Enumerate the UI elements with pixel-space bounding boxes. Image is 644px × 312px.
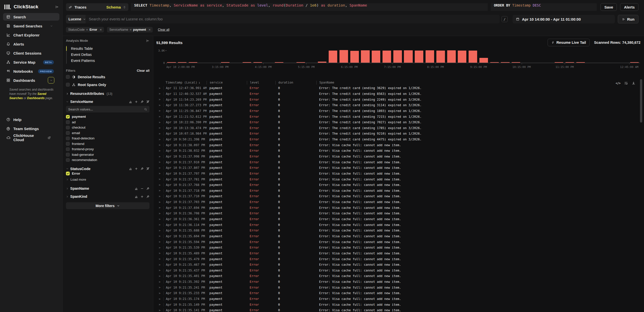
- row-expand-icon[interactable]: >: [157, 109, 163, 112]
- chart-mini-icon[interactable]: [129, 100, 132, 103]
- table-row[interactable]: >Apr 10 9:21:35.594 PMpaymentError0Error…: [157, 239, 640, 245]
- row-expand-icon[interactable]: >: [157, 166, 163, 170]
- row-expand-icon[interactable]: >: [157, 235, 163, 238]
- plus-icon[interactable]: [135, 100, 138, 103]
- filter-values-search-input[interactable]: Search values...: [66, 106, 149, 112]
- schema-link[interactable]: Schema: [106, 5, 121, 9]
- checkbox[interactable]: [66, 75, 70, 79]
- sidebar-item-clickhouse-cloud[interactable]: ClickHouse Cloud: [3, 134, 59, 141]
- row-expand-icon[interactable]: >: [157, 195, 163, 198]
- filter-option-checkout[interactable]: checkout: [66, 125, 149, 130]
- row-expand-icon[interactable]: >: [157, 297, 163, 301]
- column-header-spanname[interactable]: SpanName: [316, 81, 640, 85]
- row-expand-icon[interactable]: >: [157, 292, 163, 295]
- table-row[interactable]: >Apr 10 9:21:35.241 PMpaymentError0Error…: [157, 285, 640, 290]
- table-row[interactable]: >Apr 10 9:21:35.233 PMpaymentError0Error…: [157, 290, 640, 296]
- filter-option-recommendation[interactable]: recommendation: [66, 157, 149, 163]
- row-expand-icon[interactable]: >: [157, 229, 163, 232]
- table-row[interactable]: >Apr 10 11:54:23.269 PMpaymentError0Erro…: [157, 97, 640, 102]
- chip-remove-icon[interactable]: ×: [100, 28, 102, 31]
- table-row[interactable]: >Apr 10 9:21:37.998 PMpaymentError0Error…: [157, 154, 640, 160]
- checkbox[interactable]: [66, 172, 70, 175]
- filter-group-spankind[interactable]: SpanKind: [66, 194, 149, 199]
- plus-icon[interactable]: [135, 167, 138, 170]
- table-row[interactable]: >Apr 10 9:21:38.032 PMpaymentError0Error…: [157, 148, 640, 154]
- search-input[interactable]: Search your events w/ Lucene ex. column:…: [86, 15, 500, 23]
- table-row[interactable]: >Apr 10 9:21:35.437 PMpaymentError0Error…: [157, 268, 640, 274]
- analysis-mode-event-patterns[interactable]: Event Patterns: [67, 58, 149, 64]
- run-button[interactable]: Run: [618, 15, 638, 23]
- row-expand-icon[interactable]: >: [157, 309, 163, 312]
- row-expand-icon[interactable]: >: [157, 246, 163, 249]
- checkbox[interactable]: [66, 142, 70, 146]
- row-expand-icon[interactable]: >: [157, 92, 163, 95]
- plus-icon[interactable]: [140, 195, 144, 198]
- row-expand-icon[interactable]: >: [157, 126, 163, 130]
- row-expand-icon[interactable]: >: [157, 257, 163, 261]
- row-expand-icon[interactable]: >: [157, 132, 163, 135]
- sidebar-collapse-icon[interactable]: [55, 5, 59, 9]
- checkbox[interactable]: [66, 83, 70, 87]
- table-row[interactable]: >Apr 10 9:21:37.694 PMpaymentError0Error…: [157, 205, 640, 211]
- filter-option-frontend[interactable]: frontend: [66, 141, 149, 147]
- chip-remove-icon[interactable]: ×: [148, 28, 150, 31]
- table-scrollbar[interactable]: [640, 79, 642, 123]
- table-row[interactable]: >Apr 11 12:47:36.991 AMpaymentError0Erro…: [157, 85, 640, 91]
- filter-option-payment[interactable]: payment: [66, 114, 149, 120]
- column-header-service[interactable]: service: [207, 81, 247, 85]
- checkbox[interactable]: [66, 120, 70, 124]
- row-expand-icon[interactable]: >: [157, 149, 163, 152]
- row-expand-icon[interactable]: >: [157, 178, 163, 181]
- table-row[interactable]: >Apr 10 9:21:37.807 PMpaymentError0Error…: [157, 165, 640, 171]
- table-row[interactable]: >Apr 10 11:36:27.273 PMpaymentError0Erro…: [157, 102, 640, 108]
- chart-mini-icon[interactable]: [135, 187, 138, 190]
- row-expand-icon[interactable]: >: [157, 121, 163, 124]
- filter-option-frontend-proxy[interactable]: frontend-proxy: [66, 146, 149, 152]
- analysis-mode-event-deltas[interactable]: Event Deltas: [67, 52, 149, 58]
- chips-clear-all[interactable]: Clear all: [158, 28, 169, 31]
- checkbox[interactable]: [66, 153, 70, 157]
- orderby-editor[interactable]: ORDER BY Timestamp DESC: [491, 3, 597, 11]
- checkbox[interactable]: [66, 147, 70, 151]
- checkbox[interactable]: [66, 158, 70, 162]
- table-row[interactable]: >Apr 10 9:21:36.708 PMpaymentError0Error…: [157, 211, 640, 216]
- pin-icon[interactable]: [140, 167, 144, 170]
- wrap-lines-icon[interactable]: [624, 81, 628, 85]
- row-expand-icon[interactable]: >: [157, 155, 163, 158]
- filter-x-icon[interactable]: [146, 100, 149, 103]
- table-row[interactable]: >Apr 10 9:21:35.489 PMpaymentError0Error…: [157, 251, 640, 256]
- row-expand-icon[interactable]: >: [157, 161, 163, 164]
- source-selector[interactable]: Traces Schema: [66, 3, 128, 11]
- column-header-level[interactable]: level: [247, 81, 275, 85]
- column-header-duration[interactable]: duration: [275, 81, 316, 85]
- row-expand-icon[interactable]: >: [157, 275, 163, 278]
- filter-toggle-root-spans-only[interactable]: Root Spans Only: [66, 81, 149, 88]
- table-row[interactable]: >Apr 10 10:07:16.984 PMpaymentError0Erro…: [157, 131, 640, 137]
- filter-toggle-denoise-results[interactable]: Denoise Results: [66, 73, 149, 80]
- code-view-icon[interactable]: </>: [616, 82, 620, 85]
- filter-group-statuscode[interactable]: StatusCode: [66, 167, 149, 171]
- row-expand-icon[interactable]: >: [157, 172, 163, 175]
- filter-option-error[interactable]: Error: [66, 171, 149, 176]
- table-row[interactable]: >Apr 10 9:21:36.361 PMpaymentError0Error…: [157, 216, 640, 222]
- table-row[interactable]: >Apr 10 11:25:36.847 PMpaymentError0Erro…: [157, 108, 640, 114]
- pin-icon[interactable]: [146, 195, 149, 198]
- table-row[interactable]: >Apr 10 9:21:37.768 PMpaymentError0Error…: [157, 182, 640, 188]
- filter-option-load-generator[interactable]: load-generator: [66, 152, 149, 158]
- filters-clear-all[interactable]: Clear all: [137, 69, 149, 72]
- more-filters-button[interactable]: More filters: [66, 202, 149, 209]
- sql-editor[interactable]: SELECT Timestamp, ServiceName as service…: [131, 3, 488, 11]
- table-row[interactable]: >Apr 10 9:21:35.392 PMpaymentError0Error…: [157, 279, 640, 285]
- sidebar-item-chart-explorer[interactable]: Chart Explorer: [3, 31, 59, 39]
- row-expand-icon[interactable]: >: [157, 138, 163, 141]
- table-row[interactable]: >Apr 10 9:21:35.479 PMpaymentError0Error…: [157, 256, 640, 262]
- table-row[interactable]: >Apr 10 10:13:38.474 PMpaymentError0Erro…: [157, 125, 640, 131]
- sidebar-item-team-settings[interactable]: Team Settings: [3, 125, 59, 132]
- filter-option-ad[interactable]: ad: [66, 120, 149, 125]
- row-expand-icon[interactable]: >: [157, 218, 163, 221]
- row-expand-icon[interactable]: >: [157, 263, 163, 266]
- filter-chip-statuscode[interactable]: StatusCode=Error×: [66, 27, 104, 32]
- sidebar-item-notebooks[interactable]: NotebooksPREVIEW: [3, 67, 59, 75]
- chart-mini-icon[interactable]: [135, 195, 138, 198]
- table-row[interactable]: >Apr 10 9:21:37.910 PMpaymentError0Error…: [157, 159, 640, 165]
